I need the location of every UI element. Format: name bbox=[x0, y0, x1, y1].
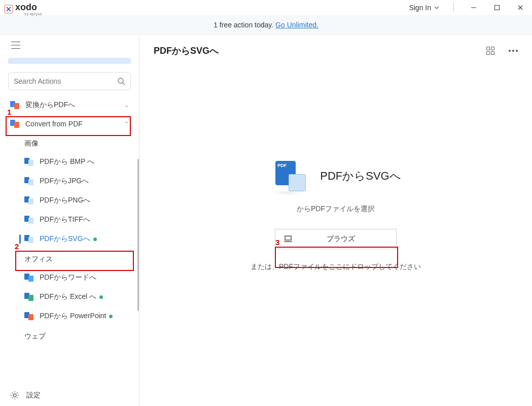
signin-label: Sign In bbox=[409, 4, 431, 12]
chevron-up-icon: ⌃ bbox=[124, 121, 129, 127]
gear-icon bbox=[10, 391, 19, 400]
logo-text: xodo bbox=[15, 2, 37, 12]
select-text: からPDFファイルを選択 bbox=[297, 205, 375, 214]
settings-button[interactable]: 設定 bbox=[0, 384, 139, 406]
signin-button[interactable]: Sign In bbox=[403, 1, 445, 15]
titlebar: xodo by apryse Sign In bbox=[0, 0, 532, 15]
sidebar-item-label: PDFから PowerPoint bbox=[40, 312, 106, 321]
main: 変換からPDFへ ⌄ Convert from PDF ⌃ 画像 PDFから B… bbox=[0, 35, 532, 406]
sidebar-item-label: PDFからJPGへ bbox=[40, 177, 89, 186]
group-label: 変換からPDFへ bbox=[25, 100, 75, 110]
close-button[interactable] bbox=[509, 0, 532, 15]
sidebar-item-pdf-to-word[interactable]: PDFからワードへ bbox=[0, 268, 139, 287]
page-title: PDFからSVGへ bbox=[154, 45, 219, 57]
group-label: Convert from PDF bbox=[25, 120, 83, 128]
file-icon bbox=[24, 196, 33, 205]
logo-sub: by apryse bbox=[24, 12, 42, 16]
status-dot bbox=[109, 315, 113, 318]
more-button[interactable] bbox=[509, 50, 518, 52]
svg-point-5 bbox=[13, 394, 16, 397]
svg-icon bbox=[289, 174, 306, 191]
hero-icon: PDF bbox=[270, 161, 311, 191]
svg-line-4 bbox=[123, 83, 125, 85]
sidebar-item-label: PDFからTIFFへ bbox=[40, 215, 90, 224]
sidebar-item-label: PDFからワードへ bbox=[40, 273, 96, 282]
sidebar-item-label: PDFからPNGへ bbox=[40, 196, 90, 205]
banner-text: 1 free action today. bbox=[214, 21, 273, 29]
logo: xodo by apryse bbox=[0, 0, 46, 18]
sidebar-item-pdf-to-bmp[interactable]: PDFから BMP へ bbox=[0, 152, 139, 172]
convert-icon bbox=[10, 120, 19, 128]
file-icon bbox=[24, 235, 33, 243]
subheader-web: ウェブ bbox=[0, 326, 139, 345]
sidebar-item-pdf-to-jpg[interactable]: PDFからJPGへ bbox=[0, 172, 139, 191]
hero-title: PDFからSVGへ bbox=[320, 168, 401, 184]
file-icon bbox=[24, 158, 33, 166]
sidebar-item-pdf-to-excel[interactable]: PDFから Excel へ bbox=[0, 287, 139, 307]
laptop-icon bbox=[275, 235, 301, 243]
drop-area[interactable]: PDF PDFからSVGへ からPDFファイルを選択 ブラウズ または、PDFフ… bbox=[139, 67, 532, 406]
status-dot bbox=[99, 295, 103, 299]
maximize-button[interactable] bbox=[485, 0, 509, 15]
browse-button[interactable]: ブラウズ bbox=[275, 229, 397, 249]
divider bbox=[453, 3, 454, 13]
svg-point-3 bbox=[118, 78, 123, 83]
sidebar-group-convert-to[interactable]: 変換からPDFへ ⌄ bbox=[0, 95, 139, 115]
content-actions bbox=[486, 47, 518, 55]
chevron-down-icon: ⌄ bbox=[124, 102, 129, 109]
search-input-wrap[interactable] bbox=[8, 72, 131, 90]
file-icon bbox=[24, 274, 33, 282]
settings-label: 設定 bbox=[26, 391, 41, 400]
sidebar-item-pdf-to-powerpoint[interactable]: PDFから PowerPoint bbox=[0, 307, 139, 326]
sidebar-item-label: PDFから Excel へ bbox=[40, 292, 96, 301]
content: PDFからSVGへ PDF PDFからSVGへ からPDFファイルを選択 ブラウ… bbox=[139, 35, 532, 406]
hamburger-icon bbox=[11, 42, 20, 49]
subheader-images: 画像 bbox=[0, 133, 139, 152]
browse-label: ブラウズ bbox=[301, 234, 396, 244]
chevron-down-icon bbox=[434, 6, 439, 9]
sidebar-item-pdf-to-svg[interactable]: PDFからSVGへ bbox=[0, 229, 139, 249]
promo-banner: 1 free action today. Go Unlimited. bbox=[0, 15, 532, 35]
file-icon bbox=[24, 216, 33, 224]
sidebar-item-pdf-to-png[interactable]: PDFからPNGへ bbox=[0, 191, 139, 210]
subheader-office: オフィス bbox=[0, 249, 139, 268]
content-header: PDFからSVGへ bbox=[139, 35, 532, 67]
sidebar-item-label: PDFからSVGへ bbox=[40, 234, 90, 244]
search-icon bbox=[117, 77, 125, 85]
file-icon bbox=[24, 177, 33, 185]
sidebar-group-convert-from[interactable]: Convert from PDF ⌃ bbox=[0, 115, 139, 133]
sidebar-nav: 変換からPDFへ ⌄ Convert from PDF ⌃ 画像 PDFから B… bbox=[0, 95, 139, 384]
sidebar-item-pdf-to-tiff[interactable]: PDFからTIFFへ bbox=[0, 210, 139, 229]
file-icon bbox=[24, 293, 33, 301]
file-icon bbox=[24, 312, 33, 320]
status-dot bbox=[93, 238, 97, 241]
go-unlimited-link[interactable]: Go Unlimited. bbox=[275, 21, 318, 29]
minimize-button[interactable] bbox=[462, 0, 485, 15]
titlebar-right: Sign In bbox=[403, 0, 532, 15]
hero: PDF PDFからSVGへ bbox=[270, 161, 401, 191]
hamburger-button[interactable] bbox=[0, 35, 139, 54]
window-controls bbox=[462, 0, 532, 15]
svg-rect-6 bbox=[285, 236, 291, 240]
search-input[interactable] bbox=[14, 77, 117, 85]
svg-rect-2 bbox=[495, 6, 500, 10]
sidebar-blue-strip bbox=[8, 58, 131, 64]
logo-icon bbox=[4, 5, 13, 14]
sidebar: 変換からPDFへ ⌄ Convert from PDF ⌃ 画像 PDFから B… bbox=[0, 35, 139, 406]
scrollbar[interactable] bbox=[137, 159, 139, 311]
sidebar-item-label: PDFから BMP へ bbox=[40, 157, 94, 166]
convert-icon bbox=[10, 101, 19, 109]
grid-view-button[interactable] bbox=[486, 47, 494, 55]
drop-text: または、PDFファイルをここにドロップしてください bbox=[251, 262, 421, 272]
